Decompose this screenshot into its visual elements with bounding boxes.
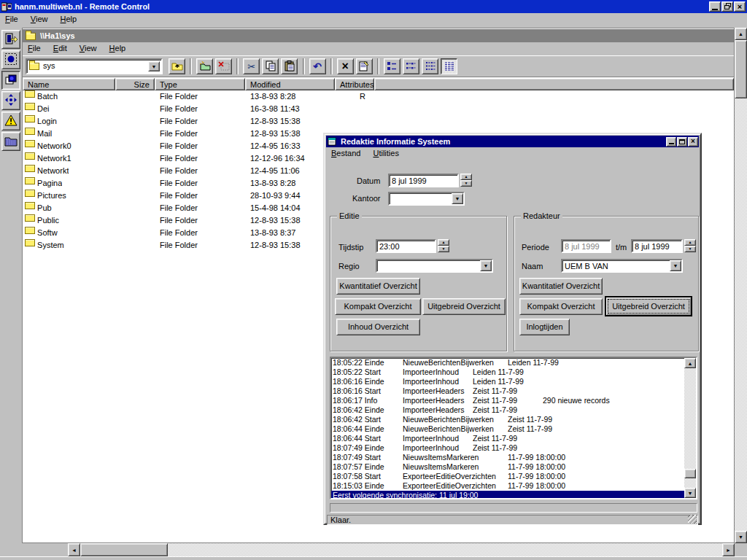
log-row[interactable]: 18:06:44 Start ImporteerInhoud Zeist 11-… [331, 434, 684, 443]
kantoor-combo[interactable]: ▼ [388, 192, 465, 206]
tijdstip-spinner[interactable]: ▲ ▼ [438, 239, 449, 253]
resize-grip[interactable] [688, 515, 697, 524]
menu-file[interactable]: File [0, 13, 23, 26]
horizontal-scroll-thumb[interactable] [80, 543, 168, 556]
column-header-name[interactable]: Name [23, 78, 115, 90]
menu-help[interactable]: Help [55, 13, 82, 26]
sync-log-list[interactable]: 18:05:22 Einde NieuweBerichtenBijwerken … [330, 357, 697, 499]
column-header-size[interactable]: Size [115, 78, 155, 90]
scroll-right-button[interactable]: ► [722, 543, 735, 556]
scroll-left-button[interactable]: ◄ [68, 543, 80, 556]
spin-down-icon[interactable]: ▼ [684, 246, 696, 252]
log-row-selected[interactable]: Eerst volgende synchronisatie: 11 jul 19… [331, 491, 684, 498]
scroll-down-button[interactable]: ▼ [735, 531, 747, 543]
undo-button[interactable]: ↶ [309, 58, 326, 74]
regio-dropdown-button[interactable]: ▼ [480, 260, 492, 271]
log-row[interactable]: 18:06:44 Einde NieuweBerichtenBijwerken … [331, 424, 684, 434]
naam-combo[interactable]: UEM B VAN ▼ [561, 259, 683, 273]
log-row[interactable]: 18:07:49 Einde ImporteerInhoud Zeist 11-… [331, 443, 684, 453]
explorer-titlebar[interactable]: \\Ha1\sys [23, 29, 734, 42]
column-header-attributes[interactable]: Attributes [335, 78, 374, 90]
spin-up-icon[interactable]: ▲ [684, 239, 696, 246]
app-titlebar[interactable]: hanm.multiweb.nl - Remote Control × [0, 0, 747, 13]
naam-dropdown-button[interactable]: ▼ [670, 260, 681, 271]
table-row[interactable]: LoginFile Folder12-8-93 15:38 [23, 115, 734, 128]
redakteur-kwantitatief-button[interactable]: Kwantitatief Overzicht [519, 278, 603, 295]
log-scroll-thumb[interactable] [684, 469, 696, 478]
log-row[interactable]: 18:05:22 Start ImporteerInhoud Leiden 11… [331, 368, 684, 377]
dialog-menu-utilities[interactable]: Utilities [368, 147, 403, 160]
log-row[interactable]: 18:06:16 Start ImporteerHeaders Zeist 11… [331, 386, 684, 396]
scroll-up-button[interactable]: ▲ [735, 28, 747, 40]
datum-spinner[interactable]: ▲ ▼ [460, 174, 472, 187]
log-scroll-up-button[interactable]: ▲ [684, 358, 696, 368]
redakteur-kompakt-button[interactable]: Kompakt Overzicht [519, 298, 603, 315]
vertical-scroll-thumb[interactable] [735, 40, 747, 98]
horizontal-scrollbar[interactable]: ◄ ► [68, 543, 735, 556]
log-scrollbar[interactable]: ▲ ▼ [684, 358, 696, 498]
file-transfer-button[interactable] [1, 132, 20, 151]
log-row[interactable]: 18:06:17 Info ImporteerHeaders Zeist 11-… [331, 396, 684, 405]
close-button[interactable]: × [734, 1, 746, 12]
redakteur-uitgebreid-button[interactable]: Uitgebreid Overzicht [605, 296, 692, 316]
address-combo[interactable]: sys ▼ [26, 58, 163, 74]
explorer-menu-view[interactable]: View [74, 42, 102, 55]
periode-spinner[interactable]: ▲ ▼ [684, 239, 696, 253]
small-icons-button[interactable] [403, 58, 419, 74]
capture-button[interactable] [1, 50, 20, 69]
copy-button[interactable] [262, 58, 279, 74]
table-row[interactable]: DeiFile Folder16-3-98 11:43 [23, 103, 734, 115]
explorer-menu-edit[interactable]: Edit [48, 42, 72, 55]
minimize-button[interactable] [709, 1, 721, 12]
log-row[interactable]: 18:07:58 Start ExporteerEditieOverzichte… [331, 472, 684, 481]
log-row[interactable]: 18:06:42 Start NieuweBerichtenBijwerken … [331, 415, 684, 424]
delete-button[interactable]: × [337, 58, 354, 74]
table-row[interactable]: BatchFile Folder13-8-93 8:28R [23, 90, 734, 103]
vertical-scrollbar[interactable]: ▲ ▼ [735, 28, 747, 543]
address-dropdown-button[interactable]: ▼ [148, 61, 160, 71]
spin-down-icon[interactable]: ▼ [438, 246, 449, 252]
log-row[interactable]: 18:07:57 Einde NieuwsItemsMarkeren 11-7-… [331, 462, 684, 472]
tijdstip-field[interactable]: 23:00 [376, 239, 436, 253]
datum-field[interactable]: 8 jul 1999 [388, 174, 459, 187]
log-row[interactable]: 18:07:49 Start NieuwsItemsMarkeren 11-7-… [331, 453, 684, 462]
details-view-button[interactable] [441, 58, 457, 74]
log-row[interactable]: 18:06:42 Einde ImporteerHeaders Zeist 11… [331, 405, 684, 415]
map-drive-button[interactable] [196, 58, 213, 74]
kantoor-dropdown-button[interactable]: ▼ [452, 193, 463, 204]
editie-inhoud-button[interactable]: Inhoud Overzicht [336, 319, 420, 335]
dialog-close-button[interactable]: × [688, 137, 698, 147]
restore-button[interactable] [721, 1, 733, 12]
disconnect-drive-button[interactable] [215, 58, 232, 74]
spin-up-icon[interactable]: ▲ [438, 239, 449, 246]
redakteur-inlogtijden-button[interactable]: Inlogtijden [519, 319, 570, 335]
explorer-menu-file[interactable]: File [23, 42, 46, 55]
windows-button[interactable] [1, 71, 20, 90]
pan-button[interactable] [1, 91, 20, 110]
log-row[interactable]: 18:15:03 Einde ExporteerEditieOverzichte… [331, 481, 684, 491]
dialog-maximize-button[interactable] [677, 137, 687, 147]
properties-button[interactable] [356, 58, 373, 74]
regio-combo[interactable]: ▼ [376, 259, 493, 273]
disconnect-button[interactable] [1, 30, 20, 49]
cut-button[interactable]: ✂ [243, 58, 260, 74]
up-one-level-button[interactable] [169, 58, 185, 74]
spin-down-icon[interactable]: ▼ [460, 180, 472, 187]
periode-to-field[interactable]: 8 jul 1999 [631, 239, 683, 253]
dialog-titlebar[interactable]: Redaktie Informatie Systeem × [326, 136, 699, 147]
large-icons-button[interactable] [384, 58, 400, 74]
alerts-button[interactable] [1, 112, 20, 131]
paste-button[interactable] [281, 58, 298, 74]
column-header-modified[interactable]: Modified [245, 78, 335, 90]
editie-uitgebreid-button[interactable]: Uitgebreid Overzicht [422, 298, 506, 315]
log-row[interactable]: 18:05:22 Einde NieuweBerichtenBijwerken … [331, 358, 684, 368]
periode-from-field[interactable]: 8 jul 1999 [561, 239, 611, 253]
spin-up-icon[interactable]: ▲ [460, 174, 472, 180]
menu-view[interactable]: View [26, 13, 53, 26]
explorer-menu-help[interactable]: Help [104, 42, 131, 55]
log-scroll-down-button[interactable]: ▼ [684, 488, 696, 498]
dialog-menu-bestand[interactable]: Bestand [326, 147, 365, 160]
editie-kwantitatief-button[interactable]: Kwantitatief Overzicht [336, 278, 420, 295]
editie-kompakt-button[interactable]: Kompakt Overzicht [335, 298, 421, 315]
column-header-type[interactable]: Type [155, 78, 245, 90]
